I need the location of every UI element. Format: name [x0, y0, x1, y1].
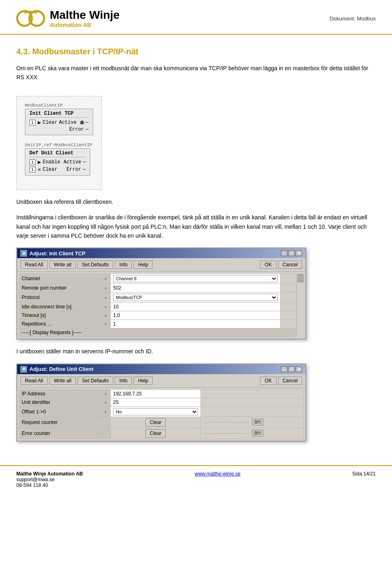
dialog2-set-defaults-button[interactable]: Set Defaults — [78, 377, 113, 385]
dialog1-table-container: Channel › Channel 9 Remote port number — [19, 273, 296, 337]
dialog1-close-button[interactable]: ✕ — [296, 250, 302, 256]
dialog2-ipaddress-arrow[interactable]: › — [101, 389, 111, 398]
dialog2-cancel-button[interactable]: Cancel — [278, 377, 302, 385]
dialog2-read-all-button[interactable]: Read All — [20, 377, 48, 385]
dialog1-timeout-value[interactable]: 1,0 — [111, 311, 281, 320]
footer-email: support@mwa.se — [16, 477, 83, 482]
dialog1-write-all-button[interactable]: Write all — [49, 261, 76, 269]
dialog2-offset-arrow[interactable]: › — [101, 406, 111, 417]
dialog2-icon: ⚙ — [20, 366, 27, 373]
dialog1-read-all-button[interactable]: Read All — [20, 261, 48, 269]
logo-area: Malthe Winje Automation AB — [16, 7, 120, 30]
dialog2-requestcounter-arrow — [101, 417, 111, 428]
plc2-out2: Error — [67, 167, 81, 172]
dialog1-channel-value[interactable]: Channel 9 — [111, 274, 281, 284]
dialog2-error-clear-button[interactable]: Clear — [145, 429, 166, 437]
table-row: Channel › Channel 9 — [19, 274, 296, 284]
dialog1-channel-label: Channel — [19, 274, 101, 284]
dialog2-requestcounter-clear-btn[interactable]: Clear — [111, 417, 201, 428]
paragraph-4: I unitboxen ställer man in serverns IP-n… — [16, 347, 376, 356]
dialog1-protocol-value[interactable]: Modbus/TCP — [111, 292, 281, 303]
plc2-num1: 1 — [29, 159, 36, 165]
dialog1-title-left: ⚙ Adjust: Init Client TCP — [20, 250, 85, 257]
page-header: Malthe Winje Automation AB Dokument: Mod… — [0, 0, 392, 35]
dialog2-close-button[interactable]: ✕ — [296, 366, 302, 372]
dialog2-offset-value[interactable]: No — [111, 406, 201, 417]
plc2-clear: Clear — [42, 167, 57, 172]
dialog2-controls[interactable]: _ □ ✕ — [281, 366, 302, 372]
plc1-out1: Active — [59, 120, 76, 125]
dialog2-ok-button[interactable]: OK — [260, 377, 276, 385]
dialog1-repetitions-arrow[interactable]: › — [101, 320, 111, 328]
dialog2-ipaddress-label: IP Address — [19, 389, 101, 398]
dialog2-unitid-rest — [201, 398, 304, 406]
dialog2-ipaddress-value[interactable]: 192.168.7.25 — [111, 389, 201, 398]
logo-text: Malthe Winje Automation AB — [50, 9, 120, 28]
paragraph-1: Om en PLC ska vara master i ett modbusnä… — [16, 64, 376, 82]
dialog1-info-button[interactable]: Info — [115, 261, 132, 269]
dialog2-content: IP Address › 192.168.7.25 Unit identifie… — [17, 388, 305, 441]
dialog2-titlebar: ⚙ Adjust: Define Unit Client _ □ ✕ — [17, 364, 305, 374]
dialog1-scrollbar-thumb[interactable] — [298, 274, 303, 282]
dialog1-protocol-arrow[interactable]: › — [101, 292, 111, 303]
dialog1-timeout-label: Timeout [s] — [19, 311, 101, 320]
plc1-label: ModbusClientIP — [25, 103, 93, 108]
dialog1-repetitions-value[interactable]: 1 — [111, 320, 281, 328]
table-row: Idle disconnect time [s] › 10 — [19, 303, 296, 311]
dialog1-timeout-arrow[interactable]: › — [101, 311, 111, 320]
plc2-num2: 1 — [29, 167, 36, 172]
dialog1-idletime-arrow[interactable]: › — [101, 303, 111, 311]
company-name: Malthe Winje — [50, 9, 120, 22]
table-row: IP Address › 192.168.7.25 — [19, 389, 304, 398]
footer-website-link[interactable]: www.malthe-winje.se — [195, 471, 241, 477]
plc2-out1: Active — [64, 159, 81, 165]
plc2-label: UnitIP,ref:ModbusClientIP — [25, 143, 93, 147]
dialog1-protocol-select[interactable]: Modbus/TCP — [113, 294, 278, 301]
dialog2-offset-select[interactable]: No — [113, 408, 198, 415]
dialog1-remoteport-rest — [281, 284, 296, 292]
company-logo-icon — [16, 7, 45, 30]
dialog2-unitid-arrow[interactable]: › — [101, 398, 111, 406]
dialog1-toolbar: Read All Write all Set Defaults Info Hel… — [17, 258, 305, 272]
plc1-clear: Clear — [42, 120, 57, 125]
dialog1-controls[interactable]: _ □ ✕ — [281, 250, 302, 256]
error-counter-zero-button[interactable]: 0⊓ — [252, 430, 263, 437]
dialog2-requestcounter-dashes: ------------------------ 0⊓ — [201, 417, 304, 428]
table-row: Repetitions ... › 1 — [19, 320, 296, 328]
footer-page: Sida 14/21 — [352, 471, 376, 477]
dialog1-remoteport-label: Remote port number — [19, 284, 101, 292]
dialog2-write-all-button[interactable]: Write all — [49, 377, 76, 385]
dialog1-help-button[interactable]: Help — [134, 261, 153, 269]
dialog2-unitid-value[interactable]: 25 — [111, 398, 201, 406]
section-number: 4.3. — [16, 47, 30, 56]
dialog2-help-button[interactable]: Help — [134, 377, 153, 385]
dialog1-set-defaults-button[interactable]: Set Defaults — [78, 261, 113, 269]
dialog1-remoteport-value[interactable]: 502 — [111, 284, 281, 292]
dialog1-maximize-button[interactable]: □ — [288, 250, 295, 256]
plc1-title: Init Client TCP — [29, 111, 89, 118]
dialog2-minimize-button[interactable]: _ — [281, 366, 287, 372]
dialog-define-unit-client: ⚙ Adjust: Define Unit Client _ □ ✕ Read … — [16, 364, 306, 442]
plc-diagram-1: ModbusClientIP Init Client TCP 1 ▶ Clear… — [16, 96, 102, 190]
plc2-title: Def Unit Client — [29, 150, 86, 157]
dialog1-protocol-label: Protocol — [19, 292, 101, 303]
dialog1-channel-rest — [281, 274, 296, 284]
dialog1-channel-select[interactable]: Channel 9 — [113, 275, 278, 282]
dialog2-errorcounter-clear-btn[interactable]: Clear — [111, 428, 201, 439]
dialog1-minimize-button[interactable]: _ — [281, 250, 287, 256]
table-row: Remote port number › 502 — [19, 284, 296, 292]
dialog2-info-button[interactable]: Info — [115, 377, 132, 385]
dialog1-channel-arrow[interactable]: › — [101, 274, 111, 284]
footer-company-name: Malthe Winje Automation AB — [16, 471, 83, 477]
dialog2-request-clear-button[interactable]: Clear — [145, 418, 166, 426]
table-row: Offset 1->0 › No — [19, 406, 304, 417]
dialog2-maximize-button[interactable]: □ — [288, 366, 295, 372]
request-counter-zero-button[interactable]: 0⊓ — [252, 419, 263, 426]
table-row: Error counter Clear --------------------… — [19, 428, 304, 439]
dialog1-cancel-button[interactable]: Cancel — [278, 261, 302, 269]
table-row: Unit identifier › 25 — [19, 398, 304, 406]
dialog1-scrollbar[interactable] — [296, 273, 304, 337]
dialog1-idletime-value[interactable]: 10 — [111, 303, 281, 311]
dialog1-remoteport-arrow[interactable]: › — [101, 284, 111, 292]
dialog1-ok-button[interactable]: OK — [260, 261, 276, 269]
